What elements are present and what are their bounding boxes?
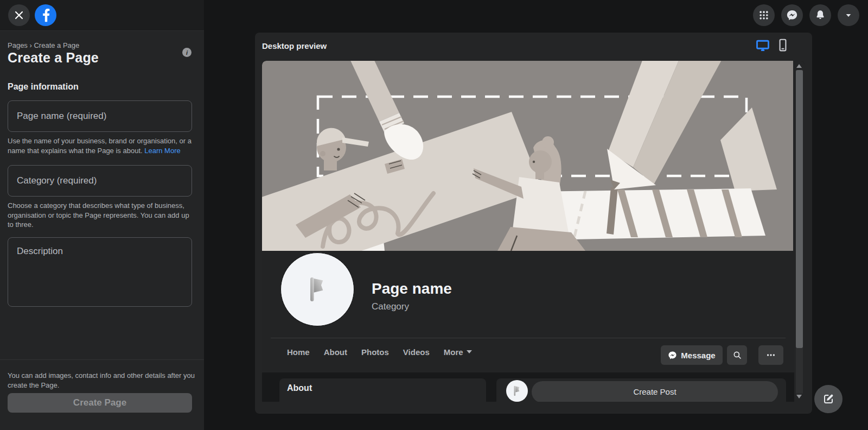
cover-illustration [262, 61, 793, 251]
scroll-down-arrow-icon[interactable] [796, 395, 802, 399]
info-icon[interactable]: i [182, 48, 192, 57]
sidebar-footer-divider [0, 359, 204, 360]
tab-about[interactable]: About [317, 347, 354, 357]
mobile-icon [776, 38, 790, 52]
create-page-button[interactable]: Create Page [8, 393, 192, 413]
facebook-logo[interactable] [35, 4, 56, 26]
chevron-down-icon [467, 350, 472, 353]
sidebar-header [0, 0, 204, 31]
profile-picture[interactable] [280, 252, 354, 326]
preview-scrollbar[interactable] [794, 61, 805, 402]
preview-page-category: Category [372, 301, 409, 312]
preview-panel-title: Desktop preview [262, 41, 327, 50]
messenger-icon [786, 9, 798, 21]
desktop-icon [755, 38, 770, 53]
breadcrumb-pages[interactable]: Pages [8, 41, 28, 49]
learn-more-link[interactable]: Learn More [144, 147, 180, 155]
message-button[interactable]: Message [661, 345, 723, 365]
breadcrumb-current: Create a Page [34, 41, 79, 49]
tab-home[interactable]: Home [280, 347, 317, 357]
flag-icon [301, 273, 334, 306]
notifications-button[interactable] [809, 4, 831, 26]
cover-photo-area [262, 61, 793, 251]
page-name-input[interactable] [8, 100, 192, 132]
account-menu-button[interactable] [838, 4, 859, 26]
scrollbar-thumb[interactable] [796, 70, 803, 348]
facebook-icon [35, 4, 56, 26]
apps-grid-icon [758, 10, 769, 21]
page-search-button[interactable] [727, 345, 747, 365]
apps-menu-button[interactable] [753, 4, 775, 26]
description-textarea[interactable] [8, 237, 192, 307]
breadcrumb: Pages › Create a Page [8, 41, 79, 49]
create-post-field[interactable]: Create Post [532, 381, 778, 402]
mobile-toggle-button[interactable] [776, 38, 792, 54]
close-button[interactable] [8, 4, 30, 26]
flag-icon [510, 384, 524, 398]
edit-icon [822, 393, 835, 406]
ellipsis-icon [765, 350, 776, 361]
category-input[interactable] [8, 165, 192, 197]
messenger-button[interactable] [781, 4, 803, 26]
create-page-sidebar: Pages › Create a Page Create a Page i Pa… [0, 0, 204, 430]
scroll-up-arrow-icon[interactable] [796, 64, 802, 68]
page-more-options-button[interactable] [758, 345, 783, 365]
tab-more[interactable]: More [437, 347, 479, 357]
compose-post-button[interactable] [814, 385, 843, 413]
bell-icon [814, 9, 826, 21]
page-name-help-text: Use the name of your business, brand or … [8, 136, 195, 155]
desktop-toggle-button[interactable] [755, 38, 771, 54]
chevron-down-icon [844, 11, 853, 20]
page-information-heading: Page information [8, 82, 79, 92]
create-post-card: Create Post [496, 378, 786, 402]
footer-note: You can add images, contact info and oth… [8, 371, 195, 390]
page-title: Create a Page [8, 50, 99, 66]
breadcrumb-separator: › [30, 41, 32, 49]
tab-videos[interactable]: Videos [396, 347, 437, 357]
close-icon [14, 10, 24, 20]
messenger-icon [668, 351, 677, 360]
page-preview-viewport: Page name Category Home About Photos Vid… [262, 61, 805, 402]
preview-header-section: Page name Category Home About Photos Vid… [262, 61, 805, 372]
tab-photos[interactable]: Photos [354, 347, 396, 357]
create-page-screen: { "topbar": { "icons": ["close-icon","fa… [0, 0, 868, 430]
desktop-preview-panel: Desktop preview [255, 33, 812, 414]
preview-page-name: Page name [372, 280, 452, 298]
preview-tabs: Home About Photos Videos More [280, 338, 479, 365]
message-button-label: Message [681, 351, 715, 360]
avatar [506, 380, 528, 402]
search-icon [732, 350, 742, 360]
about-card-heading: About [287, 383, 312, 393]
about-card: About [279, 378, 486, 402]
preview-feed-section: About Create Post [262, 372, 805, 402]
category-help-text: Choose a category that describes what ty… [8, 201, 195, 230]
